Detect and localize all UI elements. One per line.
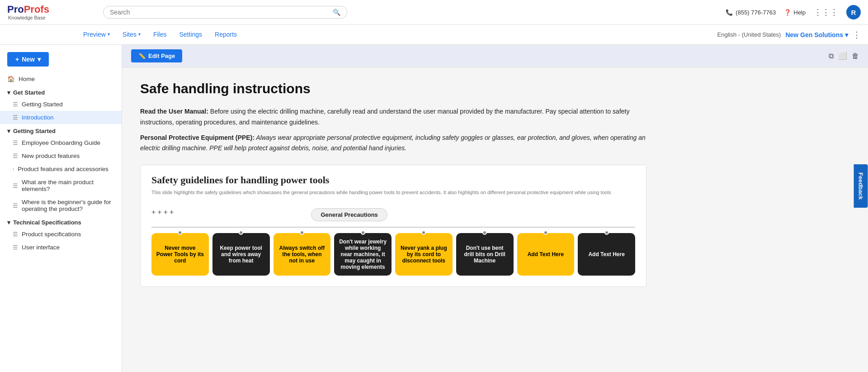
sidebar-item-beginners-guide[interactable]: ☰ Where is the beginner's guide for oper…	[0, 196, 122, 215]
sidebar-section-get-started[interactable]: ▾ Get Started	[0, 86, 122, 98]
card-dot-5	[421, 230, 426, 235]
nav-preview[interactable]: Preview ▾	[77, 25, 116, 45]
plus-icon: +	[15, 56, 19, 63]
page-title: Safe handling instructions	[140, 81, 646, 96]
page-icon: ☰	[13, 244, 18, 251]
new-button-label: New	[22, 56, 35, 63]
home-icon: 🏠	[7, 75, 15, 82]
help-icon: ❓	[784, 9, 791, 16]
top-right-area: 📞 (855) 776-7763 ❓ Help ⋮⋮⋮ R	[726, 5, 861, 19]
plus-icon-4: +	[170, 208, 174, 221]
nav-sites[interactable]: Sites ▾	[116, 25, 147, 45]
search-bar[interactable]: 🔍	[103, 6, 347, 19]
card-5-text: Never yank a plug by its cord to disconn…	[400, 245, 448, 264]
sidebar-section-technical-specs[interactable]: ▾ Technical Specifications	[0, 215, 122, 228]
sidebar-item-home[interactable]: 🏠 Home	[0, 72, 122, 86]
sidebar-item-main-product-elements[interactable]: ☰ What are the main product elements?	[0, 176, 122, 196]
more-options-icon[interactable]: ⋮	[853, 30, 861, 40]
sidebar-item-employee-onboarding[interactable]: ☰ Employee Onboarding Guide	[0, 136, 122, 149]
para1-bold: Read the User Manual:	[140, 108, 208, 115]
main-content-area: ✏️ Edit Page ⧉ ⬜ 🗑 Safe handling instruc…	[122, 45, 868, 372]
page-icon: ☰	[13, 182, 18, 189]
search-input[interactable]	[110, 9, 331, 16]
language-selector[interactable]: English - (United States)	[717, 31, 781, 38]
card-dot-8	[604, 230, 609, 235]
sidebar-main-product-elements-label: What are the main product elements?	[22, 179, 114, 192]
grid-icon[interactable]: ⋮⋮⋮	[814, 7, 838, 17]
page-icon: ☰	[13, 114, 18, 121]
sidebar-section-getting-started2[interactable]: ▾ Getting Started	[0, 124, 122, 136]
card-3: Always switch off the tools, when not in…	[274, 233, 331, 276]
edit-page-label: Edit Page	[148, 52, 175, 59]
section-technical-specs-label: Technical Specifications	[13, 219, 81, 226]
sidebar-introduction-label: Introduction	[22, 114, 54, 121]
nav-reports[interactable]: Reports	[208, 25, 243, 45]
chevron-down-icon: ▾	[138, 32, 141, 37]
sidebar-user-interface-label: User interface	[22, 244, 60, 251]
card-1-text: Never move Power Tools by its cord	[156, 245, 204, 264]
edit-bar: ✏️ Edit Page ⧉ ⬜ 🗑	[122, 45, 868, 67]
page-icon: ☰	[13, 101, 18, 108]
page-content: Safe handling instructions Read the User…	[122, 67, 665, 305]
avatar[interactable]: R	[846, 5, 861, 19]
slide-subtitle: This slide highlights the safety guideli…	[141, 189, 646, 204]
card-4: Don't wear jewelry while working near ma…	[334, 233, 392, 276]
phone-link[interactable]: 📞 (855) 776-7763	[726, 9, 776, 16]
card-2-text: Keep power tool and wires away from heat	[217, 245, 265, 264]
plus-icon-3: +	[164, 208, 168, 221]
nav-reports-label: Reports	[215, 31, 237, 38]
chevron-right-icon: ›	[13, 167, 14, 172]
plus-icon-2: +	[157, 208, 161, 221]
new-button[interactable]: + New ▾	[7, 52, 49, 67]
edit-page-button[interactable]: ✏️ Edit Page	[131, 49, 182, 62]
chevron-down-icon: ▾	[7, 128, 10, 134]
nav-right: English - (United States) New Gen Soluti…	[717, 30, 861, 40]
card-dot-6	[482, 230, 487, 235]
sidebar-home-label: Home	[19, 76, 35, 82]
sidebar-item-new-product-features[interactable]: ☰ New product features	[0, 149, 122, 162]
card-4-text: Don't wear jewelry while working near ma…	[339, 238, 387, 270]
card-dot-3	[300, 230, 304, 235]
connector-line	[151, 227, 635, 228]
card-8[interactable]: Add Text Here	[578, 233, 635, 276]
card-6-text: Don't use bent drill bits on Drill Machi…	[461, 245, 509, 264]
card-6: Don't use bent drill bits on Drill Machi…	[456, 233, 514, 276]
sidebar-item-introduction[interactable]: ☰ Introduction	[0, 111, 122, 124]
logo: ProProfs Knowledge Base	[7, 4, 80, 20]
page-action-icons: ⧉ ⬜ 🗑	[829, 52, 859, 60]
card-5: Never yank a plug by its cord to disconn…	[395, 233, 453, 276]
nav-settings-label: Settings	[179, 31, 202, 38]
slide-body: + + + + General Precautions Never move P…	[141, 204, 646, 286]
card-dot-4	[361, 230, 365, 235]
account-name[interactable]: New Gen Solutions ▾	[785, 31, 848, 38]
nav-files-label: Files	[153, 31, 167, 38]
page-icon: ☰	[13, 231, 18, 238]
copy-icon[interactable]: ⧉	[829, 52, 834, 60]
chevron-down-icon: ▾	[7, 89, 10, 96]
pencil-icon: ✏️	[138, 52, 146, 59]
page-icon: ☰	[13, 202, 18, 209]
sidebar-item-getting-started[interactable]: ☰ Getting Started	[0, 98, 122, 111]
nav-settings[interactable]: Settings	[173, 25, 208, 45]
nav-sites-label: Sites	[123, 31, 137, 38]
card-dot-2	[239, 230, 243, 235]
card-8-text: Add Text Here	[588, 251, 624, 258]
chevron-down-icon: ▾	[7, 219, 10, 226]
page-icon: ☰	[13, 139, 18, 146]
sidebar-item-product-features-accessories[interactable]: › Product features and accessories	[0, 162, 122, 176]
help-link[interactable]: ❓ Help	[784, 9, 806, 16]
delete-icon[interactable]: 🗑	[852, 52, 859, 60]
card-dot-1	[178, 230, 182, 235]
slide-title: Safety guidelines for handling power too…	[141, 165, 646, 189]
sidebar-new-product-features-label: New product features	[22, 153, 80, 159]
para-read-manual: Read the User Manual: Before using the e…	[140, 106, 646, 128]
nav-files[interactable]: Files	[147, 25, 173, 45]
feedback-tab[interactable]: Feedback	[854, 164, 868, 208]
card-7[interactable]: Add Text Here	[517, 233, 575, 276]
search-icon: 🔍	[333, 9, 340, 16]
page-icon: ☰	[13, 153, 18, 159]
sidebar-item-user-interface[interactable]: ☰ User interface	[0, 241, 122, 254]
sidebar-item-product-specifications[interactable]: ☰ Product specifications	[0, 228, 122, 241]
external-link-icon[interactable]: ⬜	[838, 52, 847, 60]
card-2: Keep power tool and wires away from heat	[212, 233, 270, 276]
